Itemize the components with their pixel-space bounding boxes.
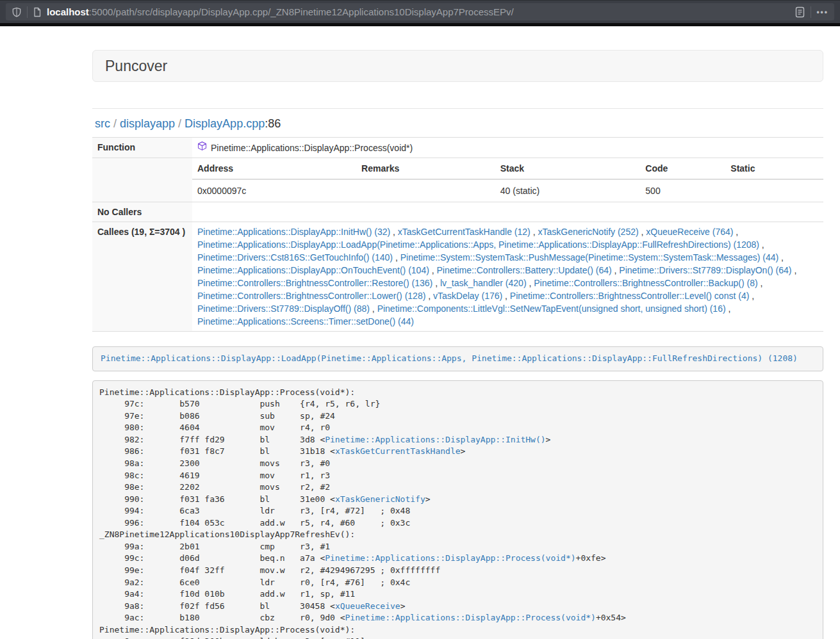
breadcrumb: src / displayapp / DisplayApp.cpp:86	[95, 116, 823, 131]
remarks-column-header: Remarks	[356, 158, 495, 179]
url-path: :5000/path/src/displayapp/DisplayApp.cpp…	[89, 6, 514, 17]
page-icon[interactable]	[33, 7, 42, 17]
app-title: Puncover	[105, 58, 167, 75]
line-number-suffix: :86	[265, 117, 281, 130]
no-callers-label: No Callers	[92, 202, 192, 222]
url-bar-separator	[811, 6, 811, 18]
metrics-values-row: 0x0000097c 40 (static) 500	[192, 179, 823, 202]
loadapp-symbol-link[interactable]: Pinetime::Applications::DisplayApp::Load…	[101, 353, 798, 363]
function-row: Function Pinetime::Applications::Display…	[92, 138, 823, 158]
callee-link[interactable]: Pinetime::Controllers::BrightnessControl…	[197, 278, 432, 288]
callee-link[interactable]: Pinetime::Drivers::Cst816S::GetTouchInfo…	[197, 252, 393, 263]
static-value	[725, 179, 823, 202]
code-symbol-link[interactable]: Pinetime::Applications::DisplayApp::Init…	[325, 435, 545, 444]
callees-label: Callees (19, Σ=3704 )	[92, 222, 192, 332]
disassembly-block: Pinetime::Applications::DisplayApp::Proc…	[92, 380, 823, 639]
function-name: Pinetime::Applications::DisplayApp::Proc…	[211, 142, 413, 154]
callee-link[interactable]: vTaskDelay (176)	[433, 291, 502, 301]
metrics-cell: Address Remarks Stack Code Static 0x0000…	[192, 158, 823, 202]
code-symbol-link[interactable]: xTaskGetCurrentTaskHandle	[335, 446, 461, 456]
breadcrumb-separator: /	[175, 117, 185, 130]
callee-link[interactable]: Pinetime::Controllers::BrightnessControl…	[510, 291, 749, 301]
callee-link[interactable]: Pinetime::Applications::Screens::Timer::…	[197, 316, 414, 327]
callee-link[interactable]: lv_task_handler (420)	[440, 278, 527, 288]
tracking-protection-shield-icon[interactable]	[12, 7, 22, 17]
callee-link[interactable]: Pinetime::Controllers::BrightnessControl…	[197, 291, 425, 301]
code-symbol-link[interactable]: Pinetime::Applications::DisplayApp::Proc…	[345, 613, 596, 622]
callers-cell	[192, 202, 823, 222]
callee-link[interactable]: xTaskGenericNotify (252)	[538, 227, 638, 237]
callee-link[interactable]: Pinetime::Controllers::BrightnessControl…	[534, 278, 757, 288]
callee-link[interactable]: Pinetime::Drivers::St7789::DisplayOff() …	[197, 303, 370, 314]
breadcrumb-link[interactable]: displayapp	[120, 117, 175, 130]
loadapp-highlight-box: Pinetime::Applications::DisplayApp::Load…	[92, 346, 823, 371]
stack-column-header: Stack	[495, 158, 641, 179]
static-column-header: Static	[725, 158, 823, 179]
code-column-header: Code	[640, 158, 725, 179]
reader-view-icon[interactable]	[795, 6, 805, 19]
metrics-row: Address Remarks Stack Code Static 0x0000…	[92, 158, 823, 202]
callee-link[interactable]: Pinetime::Applications::DisplayApp::Init…	[197, 227, 390, 237]
url-bar-separator	[27, 6, 28, 18]
callees-row: Callees (19, Σ=3704 ) Pinetime::Applicat…	[92, 222, 823, 332]
address-value: 0x0000097c	[192, 179, 356, 202]
callee-link[interactable]: Pinetime::Drivers::St7789::DisplayOn() (…	[619, 265, 791, 275]
empty-header-cell	[92, 158, 192, 202]
callee-link[interactable]: Pinetime::Applications::DisplayApp::OnTo…	[197, 265, 429, 275]
callees-list: Pinetime::Applications::DisplayApp::Init…	[192, 222, 823, 332]
code-symbol-link[interactable]: xQueueReceive	[335, 601, 400, 611]
remarks-value	[356, 179, 495, 202]
divider	[92, 108, 823, 109]
callers-row: No Callers	[92, 202, 823, 222]
breadcrumb-separator: /	[110, 117, 120, 130]
function-table: Function Pinetime::Applications::Display…	[92, 137, 823, 332]
breadcrumb-link[interactable]: src	[95, 117, 110, 130]
url-host: localhost	[47, 6, 89, 17]
code-value: 500	[640, 179, 725, 202]
url-bar[interactable]: localhost:5000/path/src/displayapp/Displ…	[6, 3, 834, 20]
breadcrumb-link[interactable]: DisplayApp.cpp	[185, 117, 265, 130]
cube-symbol-icon	[197, 141, 207, 154]
callee-link[interactable]: Pinetime::Controllers::Battery::Update()…	[437, 265, 612, 275]
page-actions-menu-icon[interactable]: •••	[816, 8, 828, 17]
callee-link[interactable]: xTaskGetCurrentTaskHandle (12)	[398, 227, 531, 237]
puncover-page: Puncover src / displayapp / DisplayApp.c…	[92, 50, 823, 639]
browser-chrome: localhost:5000/path/src/displayapp/Displ…	[0, 0, 840, 23]
code-symbol-link[interactable]: xTaskGenericNotify	[335, 494, 425, 504]
function-name-cell: Pinetime::Applications::DisplayApp::Proc…	[192, 138, 823, 158]
callee-link[interactable]: Pinetime::System::SystemTask::PushMessag…	[400, 252, 779, 263]
callee-link[interactable]: xQueueReceive (764)	[646, 227, 733, 237]
address-column-header: Address	[192, 158, 356, 179]
metrics-table: Address Remarks Stack Code Static 0x0000…	[192, 158, 823, 202]
app-header: Puncover	[92, 50, 823, 82]
function-label-cell: Function	[92, 138, 192, 158]
chrome-bottom-edge	[0, 23, 840, 26]
stack-value: 40 (static)	[495, 179, 641, 202]
callee-link[interactable]: Pinetime::Applications::DisplayApp::Load…	[197, 239, 759, 250]
code-symbol-link[interactable]: Pinetime::Applications::DisplayApp::Proc…	[325, 553, 575, 563]
callee-link[interactable]: Pinetime::Components::LittleVgl::SetNewT…	[377, 303, 726, 314]
url-text[interactable]: localhost:5000/path/src/displayapp/Displ…	[47, 6, 795, 17]
